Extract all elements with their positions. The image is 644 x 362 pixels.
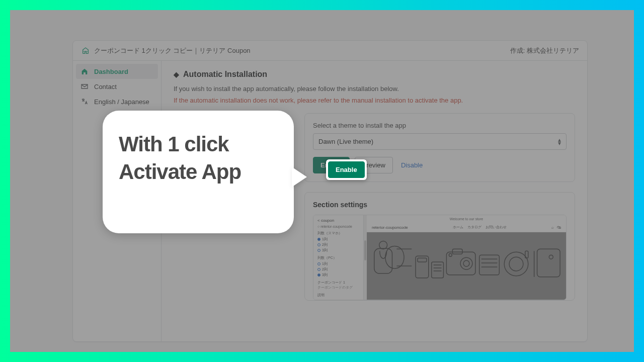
settings-small-title: ○ reterior-couponcode [317, 225, 359, 228]
chevron-updown-icon: ▴▾ [558, 138, 561, 145]
sidebar-item-label: Contact [94, 83, 117, 90]
mail-icon [80, 82, 89, 91]
section-settings-title: Section settings [313, 201, 567, 209]
radio-option: 1列 [317, 237, 359, 242]
theme-select-value: Dawn (Live theme) [318, 138, 373, 145]
field-label: クーポンコード 1 [317, 280, 359, 285]
store-menu: ホーム カタログ お問い合わせ [453, 225, 507, 230]
radio-option: 1列 [317, 261, 359, 266]
settings-preview-canvas: Welcome to our store reterior-couponcode… [367, 215, 566, 300]
app-title: クーポンコード 1クリック コピー｜リテリア Coupon [94, 46, 251, 55]
enable-button-highlighted[interactable]: Enable [328, 161, 365, 178]
creator-label: 作成: 株式会社リテリア [510, 46, 579, 55]
store-illustration [367, 232, 566, 300]
store-banner: Welcome to our store [367, 215, 566, 223]
store-brand: reterior-couponcode [372, 225, 408, 230]
radio-option: 2列 [317, 242, 359, 247]
radio-option: 2列 [317, 267, 359, 272]
diamond-icon: ◆ [174, 70, 179, 78]
callout-tail [292, 167, 307, 187]
section-title: ◆ Automatic Installation [174, 70, 575, 79]
section-description: If you wish to install the app automatic… [174, 85, 575, 93]
search-icon: ⌕ [551, 225, 554, 230]
section-settings-panel: Section settings < coupon ○ reterior-cou… [304, 192, 575, 301]
sidebar-item-dashboard[interactable]: Dashboard [76, 64, 158, 79]
store-header: reterior-couponcode ホーム カタログ お問い合わせ [367, 223, 566, 232]
section-warning: If the automatic installation does not w… [174, 97, 575, 104]
radio-option: 3列 [317, 248, 359, 253]
radio-option: 3列 [317, 273, 359, 278]
note-label: 説明 [317, 293, 359, 298]
highlight-spot: Enable [326, 159, 367, 180]
callout-line1: With 1 click [119, 131, 278, 158]
home-icon [80, 67, 89, 76]
install-panel-label: Select a theme to install the app [313, 122, 567, 129]
theme-select[interactable]: Dawn (Live theme) ▴▾ [313, 133, 567, 150]
sidebar-item-label: Dashboard [94, 68, 128, 75]
store-header-icons: ⌕ 🛍 [551, 225, 561, 230]
callout-bubble: With 1 click Activate App [103, 111, 294, 233]
group-label-pc: 列数（PC） [317, 255, 359, 260]
bag-icon: 🛍 [557, 225, 561, 230]
language-icon [80, 97, 89, 106]
group-label-mobile: 列数（スマホ） [317, 231, 359, 236]
callout-line2: Activate App [119, 158, 278, 186]
sidebar-item-label: English / Japanese [94, 98, 149, 106]
settings-sidebar: < coupon ○ reterior-couponcode 列数（スマホ） 1… [313, 215, 364, 300]
app-logo-icon [81, 46, 90, 55]
disable-button[interactable]: Disable [398, 157, 426, 173]
settings-preview: < coupon ○ reterior-couponcode 列数（スマホ） 1… [313, 215, 567, 300]
sidebar-item-contact[interactable]: Contact [73, 79, 161, 94]
app-titlebar: クーポンコード 1クリック コピー｜リテリア Coupon 作成: 株式会社リテ… [73, 41, 587, 61]
field-placeholder: クーポンコードのタグ [317, 285, 359, 290]
back-link: < coupon [317, 218, 359, 223]
sidebar-item-language[interactable]: English / Japanese [73, 94, 161, 109]
